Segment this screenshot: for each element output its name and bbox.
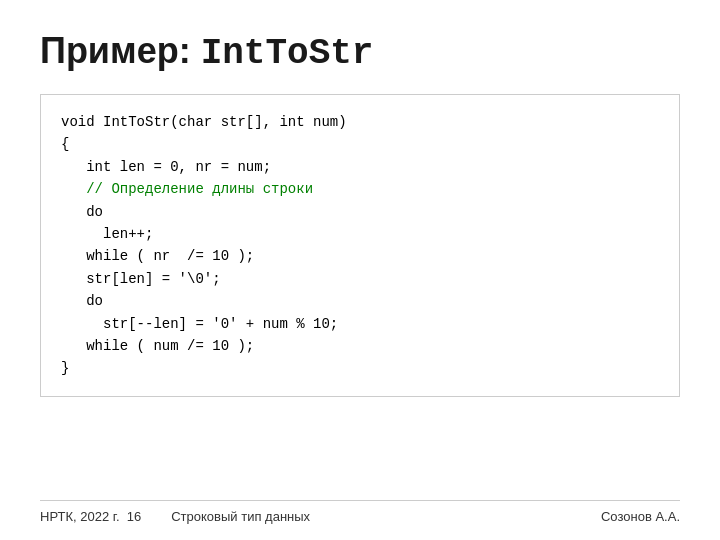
code-line: while ( num /= 10 ); <box>61 335 659 357</box>
code-line: str[len] = '\0'; <box>61 268 659 290</box>
code-line: do <box>61 290 659 312</box>
title-prefix: Пример: <box>40 30 201 71</box>
code-line: // Определение длины строки <box>61 178 659 200</box>
code-line: void IntToStr(char str[], int num) <box>61 111 659 133</box>
code-line: { <box>61 133 659 155</box>
footer-org: НРТК, 2022 г. 16 <box>40 509 141 524</box>
footer-author: Созонов А.А. <box>601 509 680 524</box>
code-line: int len = 0, nr = num; <box>61 156 659 178</box>
code-line: while ( nr /= 10 ); <box>61 245 659 267</box>
code-line: do <box>61 201 659 223</box>
code-line: str[--len] = '0' + num % 10; <box>61 313 659 335</box>
code-line: } <box>61 357 659 379</box>
footer: НРТК, 2022 г. 16 Строковый тип данных Со… <box>40 500 680 524</box>
code-line: len++; <box>61 223 659 245</box>
slide-container: Пример: IntToStr void IntToStr(char str[… <box>0 0 720 540</box>
footer-subject: Строковый тип данных <box>171 509 310 524</box>
slide-title: Пример: IntToStr <box>40 30 680 74</box>
title-mono: IntToStr <box>201 33 374 74</box>
code-block: void IntToStr(char str[], int num){ int … <box>40 94 680 397</box>
footer-left: НРТК, 2022 г. 16 Строковый тип данных <box>40 509 310 524</box>
